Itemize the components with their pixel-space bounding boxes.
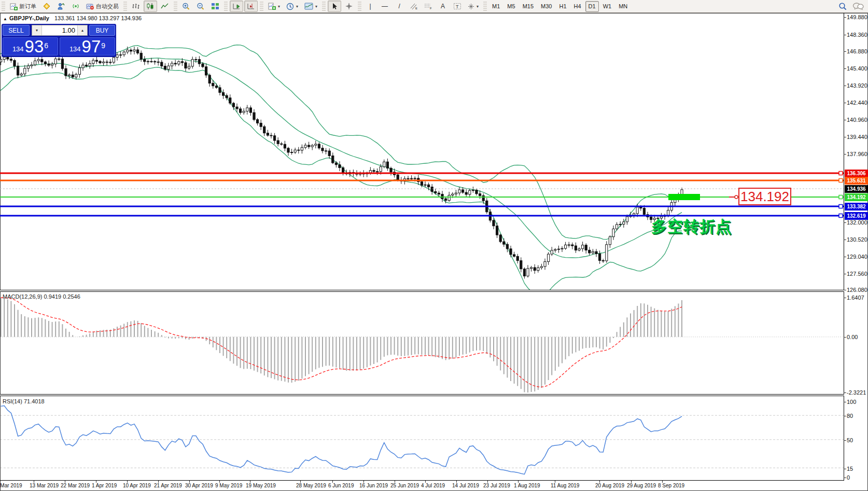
date-label: 10 Apr 2019 [123, 483, 151, 488]
new-order-label: 新订单 [19, 3, 36, 10]
timeframe-m15[interactable]: M15 [520, 1, 537, 12]
clock-icon [286, 3, 294, 10]
buy-price-tile[interactable]: 134979 [60, 37, 115, 55]
volume-input[interactable] [42, 25, 77, 35]
price-tick-mark [844, 257, 846, 257]
date-label: 22 Mar 2019 [61, 483, 90, 488]
rsi-tick-label: 100 [847, 399, 856, 405]
auto-trading-button[interactable]: 自动交易 [83, 1, 121, 12]
price-tick-label: 149.880 [847, 14, 867, 20]
main-macd-separator[interactable] [0, 290, 844, 292]
templates-button[interactable]: ▾ [302, 1, 320, 12]
price-callout[interactable]: 134.192 [738, 188, 791, 205]
line-chart-button[interactable] [158, 1, 172, 12]
triangle-down-icon: ▾ [36, 28, 38, 33]
sell-button[interactable]: SELL [3, 25, 30, 36]
price-tick-label: 145.400 [847, 65, 867, 72]
search-icon[interactable] [838, 2, 847, 11]
date-label: 9 May 2019 [215, 483, 242, 488]
date-label: 28 May 2019 [296, 483, 326, 488]
date-label: 1 Apr 2019 [92, 483, 117, 488]
template-icon [304, 3, 313, 10]
date-label: 29 Aug 2019 [627, 483, 656, 488]
buy-button[interactable]: BUY [89, 25, 115, 36]
horizontal-line-tool[interactable]: — [378, 1, 391, 12]
channel-tool[interactable]: E [407, 1, 421, 12]
chart-title: ▲GBPJPY-,Daily133.361 134.980 133.297 13… [3, 15, 142, 21]
date-label: 25 Jun 2019 [390, 483, 419, 488]
cn-annotation[interactable]: 多空转折点 [651, 216, 732, 237]
sell-button-label: SELL [8, 27, 23, 34]
date-label: 13 Mar 2019 [30, 483, 59, 488]
market-watch-icon [57, 3, 65, 10]
vertical-line-tool[interactable]: | [363, 1, 377, 12]
chart-shift-icon [247, 3, 256, 10]
tile-windows-button[interactable] [208, 1, 222, 12]
new-order-button[interactable]: 新订单 [7, 1, 39, 12]
arrows-tool[interactable]: ▾ [465, 1, 481, 12]
bar-chart-button[interactable] [129, 1, 143, 12]
signals-button[interactable] [69, 1, 82, 12]
auto-scroll-icon [232, 3, 241, 10]
buy-button-label: BUY [96, 27, 109, 34]
macd-rsi-separator[interactable] [0, 394, 844, 396]
price-tick-mark [844, 290, 846, 290]
price-level-tag: 133.382 [845, 203, 868, 211]
price-tick-label: 143.920 [847, 82, 867, 89]
macd-tick-mark [844, 392, 846, 393]
svg-text:E: E [415, 7, 417, 10]
crosshair-icon [345, 3, 353, 10]
date-label: 1 Aug 2019 [514, 483, 540, 488]
rsi-label: RSI(14) 71.4018 [3, 398, 45, 404]
fibonacci-tool[interactable]: F [422, 1, 435, 12]
trendline-tool[interactable]: / [393, 1, 406, 12]
chevron-down-icon: ▾ [477, 4, 479, 9]
zoom-out-button[interactable] [194, 1, 207, 12]
text-tool[interactable]: A [436, 1, 450, 12]
timeframe-h4[interactable]: H4 [571, 1, 584, 12]
cursor-button[interactable] [328, 1, 341, 12]
zoom-out-icon [197, 3, 205, 10]
price-alert-button[interactable] [40, 1, 53, 12]
zoom-in-button[interactable] [179, 1, 193, 12]
timeframe-d1[interactable]: D1 [585, 1, 599, 12]
date-label: 20 Aug 2019 [595, 483, 624, 488]
timeframe-h1[interactable]: H1 [556, 1, 569, 12]
candlestick-chart-button[interactable] [144, 1, 157, 12]
date-label: 11 Aug 2019 [551, 483, 579, 488]
chart-shift-button[interactable] [244, 1, 258, 12]
macd-tick-mark [844, 298, 846, 298]
rsi-tick-label: 80 [847, 413, 853, 419]
timeframe-m5[interactable]: M5 [504, 1, 518, 12]
periods-button[interactable]: ▾ [284, 1, 301, 12]
volume-increase-button[interactable]: ▴ [77, 25, 87, 35]
market-watch-button[interactable] [54, 1, 68, 12]
text-tool-icon: A [441, 3, 445, 10]
timeframe-m1[interactable]: M1 [489, 1, 503, 12]
text-label-tool[interactable]: T [451, 1, 464, 12]
chat-icon[interactable] [852, 2, 864, 10]
rsi-tick-label: 50 [847, 437, 853, 443]
timeframe-bar: M1M5M15M30H1H4D1W1MN [488, 1, 631, 12]
chevron-down-icon: ▾ [278, 4, 280, 9]
date-label: 4 Mar 2019 [0, 483, 22, 488]
chart-window[interactable] [0, 13, 868, 491]
volume-decrease-button[interactable]: ▾ [32, 25, 42, 35]
svg-text:F: F [430, 7, 432, 10]
sell-price-tile[interactable]: 134936 [3, 37, 58, 55]
timeframe-mn[interactable]: MN [615, 1, 631, 12]
indicators-button[interactable]: ▾ [265, 1, 283, 12]
date-label: 23 Jul 2019 [483, 483, 510, 488]
price-tick-mark [844, 120, 846, 120]
timeframe-w1[interactable]: W1 [600, 1, 615, 12]
toolbar-grip [174, 2, 177, 11]
crosshair-button[interactable] [342, 1, 356, 12]
toolbar-grip [2, 2, 5, 11]
price-tick-label: 126.080 [847, 287, 867, 293]
auto-scroll-button[interactable] [230, 1, 243, 12]
timeframe-m30[interactable]: M30 [538, 1, 555, 12]
ohlc-values: 133.361 134.980 133.297 134.936 [54, 15, 142, 21]
auto-trading-icon [86, 3, 94, 10]
tile-windows-icon [211, 3, 219, 10]
collapse-arrow-icon[interactable]: ▲ [3, 17, 7, 21]
